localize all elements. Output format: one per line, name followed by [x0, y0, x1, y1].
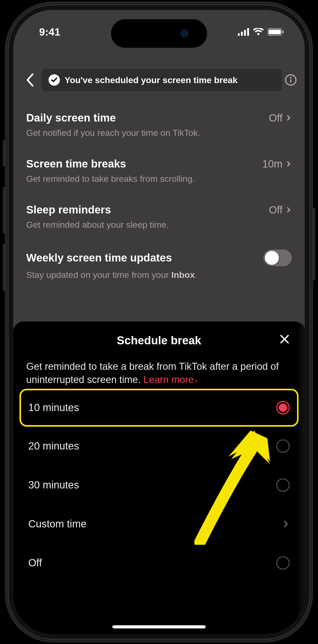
sheet-title: Schedule break: [26, 334, 292, 347]
option-30-minutes[interactable]: 30 minutes: [26, 466, 292, 505]
check-icon: [49, 74, 60, 86]
radio-icon: [276, 439, 290, 453]
screen: 9:41 You've sche: [13, 10, 305, 634]
option-off[interactable]: Off: [26, 544, 292, 582]
svg-rect-3: [247, 28, 249, 36]
row-title: Screen time breaks: [26, 158, 126, 170]
option-label: 10 minutes: [28, 402, 79, 413]
sheet-description: Get reminded to take a break from TikTok…: [26, 360, 292, 387]
status-icons: [238, 28, 287, 36]
option-label: Custom time: [28, 518, 87, 530]
row-weekly-updates: Weekly screen time updates Stay updated …: [26, 241, 292, 291]
page-header: You've scheduled your screen time break: [13, 64, 305, 96]
row-title: Weekly screen time updates: [26, 252, 172, 264]
chevron-right-icon: [286, 115, 292, 121]
chevron-right-icon: [286, 207, 292, 213]
status-time: 9:41: [31, 26, 60, 38]
confirmation-toast: You've scheduled your screen time break: [42, 69, 282, 91]
chevron-right-icon: ›: [195, 376, 197, 385]
row-title: Daily screen time: [26, 112, 116, 124]
chevron-right-icon: [286, 161, 292, 167]
svg-rect-5: [268, 30, 281, 34]
dynamic-island: [111, 19, 207, 48]
power-button: [313, 208, 315, 280]
wifi-icon: [253, 28, 264, 36]
svg-rect-9: [290, 79, 291, 83]
back-button[interactable]: [21, 71, 39, 89]
volume-up-button: [3, 187, 5, 234]
option-label: 20 minutes: [28, 440, 79, 452]
weekly-updates-toggle[interactable]: [263, 250, 292, 266]
home-indicator[interactable]: [112, 625, 206, 628]
break-options: 10 minutes 20 minutes 30 minutes Custom …: [26, 389, 292, 582]
settings-list: Daily screen time Off Get notified if yo…: [13, 103, 305, 291]
toast-text: You've scheduled your screen time break: [65, 75, 238, 85]
option-custom-time[interactable]: Custom time: [26, 505, 292, 544]
svg-rect-0: [238, 33, 240, 36]
radio-selected-icon: [276, 401, 290, 414]
row-daily-screen-time[interactable]: Daily screen time Off Get notified if yo…: [26, 103, 292, 149]
cellular-icon: [238, 28, 249, 36]
option-20-minutes[interactable]: 20 minutes: [26, 427, 292, 466]
row-value: Off: [269, 112, 292, 124]
phone-frame: 9:41 You've sche: [9, 5, 309, 639]
svg-rect-1: [241, 32, 243, 36]
radio-icon: [276, 556, 290, 570]
row-subtitle: Stay updated on your time from your Inbo…: [26, 270, 292, 280]
close-button[interactable]: [277, 332, 292, 346]
option-label: 30 minutes: [28, 479, 79, 491]
row-subtitle: Get reminded to take breaks from scrolli…: [26, 174, 292, 184]
close-icon: [279, 334, 290, 344]
volume-down-button: [3, 244, 5, 291]
svg-point-8: [290, 77, 292, 78]
side-button: [3, 140, 5, 166]
option-10-minutes[interactable]: 10 minutes: [19, 389, 299, 427]
battery-icon: [267, 28, 284, 36]
svg-rect-6: [282, 31, 284, 33]
info-button[interactable]: [285, 74, 297, 86]
row-screen-time-breaks[interactable]: Screen time breaks 10m Get reminded to t…: [26, 149, 292, 195]
svg-rect-2: [244, 30, 246, 36]
chevron-right-icon: [282, 520, 290, 528]
row-value: 10m: [262, 158, 292, 170]
row-title: Sleep reminders: [26, 204, 111, 216]
row-subtitle: Get reminded about your sleep time.: [26, 220, 292, 230]
learn-more-link[interactable]: Learn more›: [143, 374, 197, 385]
option-label: Off: [28, 557, 42, 569]
row-subtitle: Get notified if you reach your time on T…: [26, 128, 292, 138]
row-sleep-reminders[interactable]: Sleep reminders Off Get reminded about y…: [26, 195, 292, 241]
row-value: Off: [269, 204, 292, 216]
radio-icon: [276, 478, 290, 492]
schedule-break-sheet: Schedule break Get reminded to take a br…: [13, 321, 305, 634]
